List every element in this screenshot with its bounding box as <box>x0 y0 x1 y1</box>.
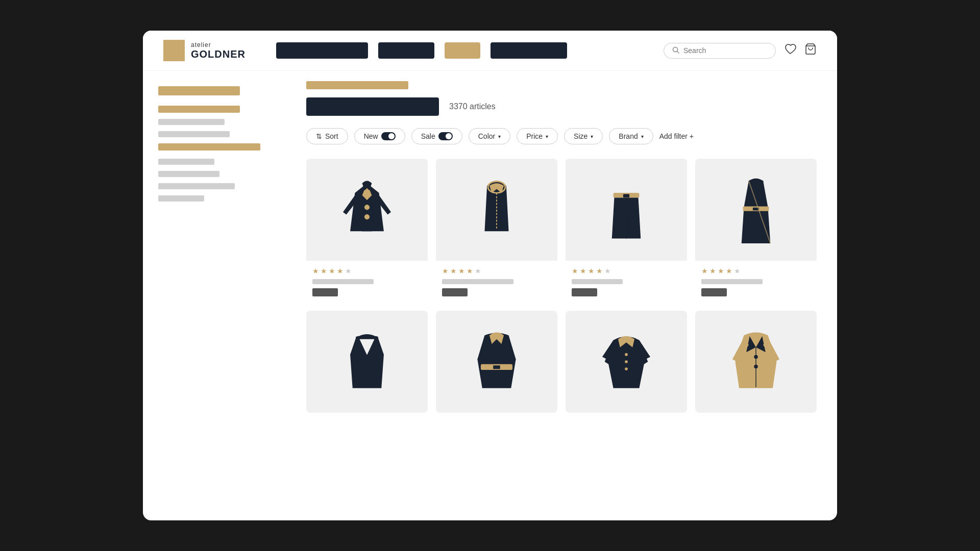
sale-toggle[interactable] <box>438 132 453 140</box>
svg-point-17 <box>625 360 628 363</box>
star-4: ★ <box>596 267 603 275</box>
color-filter-button[interactable]: Color ▾ <box>469 128 510 144</box>
svg-point-5 <box>364 214 369 219</box>
product-card-1[interactable]: ★ ★ ★ ★ ★ <box>306 159 428 303</box>
star-1: ★ <box>442 267 449 275</box>
sale-label: Sale <box>421 132 435 140</box>
star-4: ★ <box>337 267 344 275</box>
cart-icon[interactable] <box>804 43 817 58</box>
product-image-collar <box>566 311 687 413</box>
nav-item-2[interactable] <box>378 42 434 59</box>
product-name-bar-4 <box>701 279 763 284</box>
article-count: 3370 articles <box>449 102 496 111</box>
content-area: 3370 articles ⇅ Sort New Sale Color <box>286 71 837 520</box>
price-chevron-icon: ▾ <box>546 134 548 139</box>
svg-point-16 <box>625 353 628 356</box>
sort-label: Sort <box>325 132 338 140</box>
new-toggle[interactable] <box>381 132 396 140</box>
product-price-bar-4 <box>701 288 727 296</box>
search-box[interactable] <box>664 43 776 59</box>
title-row: 3370 articles <box>306 97 817 116</box>
brand-chevron-icon: ▾ <box>641 134 644 139</box>
star-3: ★ <box>458 267 465 275</box>
svg-point-21 <box>754 365 758 369</box>
product-image-blazer <box>306 159 428 261</box>
sidebar-item-6[interactable] <box>158 171 219 177</box>
product-price-bar-2 <box>442 288 468 296</box>
brand-filter-button[interactable]: Brand ▾ <box>609 128 653 144</box>
header-actions <box>664 43 817 59</box>
size-chevron-icon: ▾ <box>591 134 593 139</box>
svg-line-1 <box>677 51 679 53</box>
product-price-bar-1 <box>312 288 338 296</box>
sidebar-item-4[interactable] <box>158 143 260 151</box>
star-1: ★ <box>701 267 708 275</box>
logo-icon <box>163 40 185 61</box>
sidebar-item-5[interactable] <box>158 159 214 165</box>
star-2: ★ <box>709 267 716 275</box>
star-2: ★ <box>450 267 457 275</box>
sidebar-item-8[interactable] <box>158 195 204 202</box>
svg-point-20 <box>754 355 758 359</box>
product-name-bar-3 <box>572 279 623 284</box>
size-filter-button[interactable]: Size ▾ <box>564 128 603 144</box>
product-stars-3: ★ ★ ★ ★ ★ <box>572 267 681 275</box>
add-filter-button[interactable]: Add filter + <box>659 132 694 140</box>
sidebar-item-3[interactable] <box>158 131 230 137</box>
product-info-3: ★ ★ ★ ★ ★ <box>566 261 687 303</box>
sale-filter-button[interactable]: Sale <box>411 128 462 144</box>
product-card-5[interactable] <box>306 311 428 413</box>
filters-bar: ⇅ Sort New Sale Color ▾ Price ▾ <box>306 128 817 144</box>
sort-button[interactable]: ⇅ Sort <box>306 128 348 144</box>
star-3: ★ <box>329 267 335 275</box>
star-3: ★ <box>718 267 724 275</box>
color-label: Color <box>478 132 495 140</box>
product-price-bar-3 <box>572 288 597 296</box>
star-2: ★ <box>321 267 327 275</box>
star-3: ★ <box>588 267 595 275</box>
product-image-belt-top <box>436 311 557 413</box>
product-card-4[interactable]: ★ ★ ★ ★ ★ <box>695 159 817 303</box>
add-filter-label: Add filter + <box>659 132 694 140</box>
logo-area: atelier GOLDNER <box>163 40 246 61</box>
price-label: Price <box>526 132 543 140</box>
search-input[interactable] <box>683 46 767 55</box>
logo-atelier: atelier <box>191 41 246 48</box>
header: atelier GOLDNER <box>143 31 837 71</box>
product-card-2[interactable]: ★ ★ ★ ★ ★ <box>436 159 557 303</box>
product-info-2: ★ ★ ★ ★ ★ <box>436 261 557 303</box>
product-card-3[interactable]: ★ ★ ★ ★ ★ <box>566 159 687 303</box>
new-filter-button[interactable]: New <box>354 128 405 144</box>
svg-point-4 <box>364 205 369 210</box>
product-image-vneck <box>306 311 428 413</box>
product-info-1: ★ ★ ★ ★ ★ <box>306 261 428 303</box>
star-1: ★ <box>312 267 319 275</box>
star-5: ★ <box>345 267 352 275</box>
star-4: ★ <box>467 267 473 275</box>
color-chevron-icon: ▾ <box>498 134 501 139</box>
sidebar-item-1[interactable] <box>158 106 240 113</box>
sidebar <box>143 71 286 520</box>
sort-arrows-icon: ⇅ <box>316 132 322 140</box>
product-card-8[interactable] <box>695 311 817 413</box>
nav-item-1[interactable] <box>276 42 368 59</box>
nav-items <box>276 42 664 59</box>
product-name-bar-1 <box>312 279 374 284</box>
product-card-6[interactable] <box>436 311 557 413</box>
sidebar-item-2[interactable] <box>158 119 225 125</box>
size-label: Size <box>574 132 587 140</box>
wishlist-icon[interactable] <box>784 43 796 58</box>
star-5: ★ <box>734 267 741 275</box>
sidebar-title <box>158 86 240 95</box>
nav-item-4[interactable] <box>491 42 567 59</box>
sidebar-item-7[interactable] <box>158 183 235 189</box>
product-card-7[interactable] <box>566 311 687 413</box>
star-2: ★ <box>580 267 586 275</box>
product-image-jacket2 <box>695 311 817 413</box>
product-stars-1: ★ ★ ★ ★ ★ <box>312 267 422 275</box>
svg-point-18 <box>625 367 628 370</box>
brand-label: Brand <box>619 132 638 140</box>
logo-text: atelier GOLDNER <box>191 41 246 60</box>
price-filter-button[interactable]: Price ▾ <box>517 128 558 144</box>
nav-item-3[interactable] <box>445 42 480 59</box>
